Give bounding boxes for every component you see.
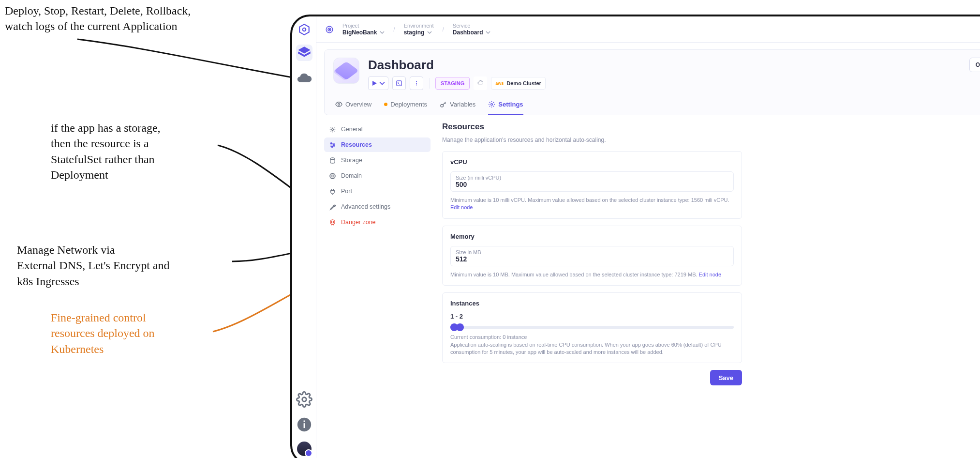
annotation-advanced: Fine-grained control resources deployed … xyxy=(51,310,155,357)
avatar[interactable] xyxy=(297,442,312,456)
page-title: Dashboard xyxy=(368,58,961,73)
chevron-down-icon xyxy=(379,80,385,86)
svg-point-23 xyxy=(331,221,332,222)
rail-settings-icon[interactable] xyxy=(296,391,312,408)
logs-button[interactable] xyxy=(392,76,406,90)
app-icon xyxy=(333,58,359,84)
tab-deployments[interactable]: Deployments xyxy=(384,101,427,115)
eye-icon xyxy=(335,101,342,108)
tab-settings[interactable]: Settings xyxy=(488,101,523,115)
env-badge: STAGING xyxy=(435,77,470,90)
plug-icon xyxy=(329,188,336,195)
breadcrumb: Project BigNeoBank / Environment staging… xyxy=(316,16,980,43)
gear-icon xyxy=(329,126,336,133)
gear-icon xyxy=(488,101,495,108)
resources-subtitle: Manage the application's resources and h… xyxy=(442,137,980,143)
sidebar-item-danger[interactable]: Danger zone xyxy=(324,215,431,229)
svg-point-10 xyxy=(416,81,417,82)
left-rail xyxy=(292,16,316,458)
qovery-logo-icon[interactable] xyxy=(298,23,311,36)
crumb-env-value: staging xyxy=(404,29,425,36)
settings-sidebar: General Resources Storage Domain Port xyxy=(324,122,431,455)
svg-point-15 xyxy=(491,104,493,106)
sidebar-item-advanced[interactable]: Advanced settings xyxy=(324,199,431,214)
status-dot-icon xyxy=(384,103,387,106)
svg-point-2 xyxy=(302,397,306,402)
instances-slider[interactable] xyxy=(450,326,734,329)
logs-icon xyxy=(396,80,402,86)
open-links-button[interactable]: Open links xyxy=(969,58,980,72)
instances-consumption: Current consumption: 0 instance xyxy=(450,334,734,341)
more-icon xyxy=(414,80,419,86)
crumb-project[interactable]: Project BigNeoBank xyxy=(342,23,385,36)
crumb-sep: / xyxy=(393,26,395,33)
sliders-icon xyxy=(329,141,336,149)
crumb-project-label: Project xyxy=(342,23,385,29)
svg-point-11 xyxy=(416,83,417,84)
svg-point-1 xyxy=(302,28,306,31)
rail-cloud-icon[interactable] xyxy=(296,70,312,86)
svg-point-24 xyxy=(333,221,334,222)
svg-point-19 xyxy=(331,146,332,147)
sidebar-item-domain[interactable]: Domain xyxy=(324,168,431,183)
crumb-sep: / xyxy=(442,26,444,33)
wrench-icon xyxy=(329,203,336,211)
tabs: Overview Deployments Variables Settings xyxy=(333,101,980,115)
sidebar-item-label: Port xyxy=(341,188,352,195)
edit-node-link[interactable]: Edit node xyxy=(450,204,473,210)
cluster-name: Demo Cluster xyxy=(506,80,541,86)
resources-heading: Resources xyxy=(442,122,980,132)
app-header: Dashboard STAGING xyxy=(324,49,980,115)
svg-rect-4 xyxy=(303,423,305,428)
svg-point-13 xyxy=(338,104,340,106)
play-icon xyxy=(371,80,377,86)
disk-icon xyxy=(329,157,336,164)
tab-deployments-label: Deployments xyxy=(390,101,427,108)
sidebar-item-label: Danger zone xyxy=(341,219,376,226)
sidebar-item-label: General xyxy=(341,126,362,133)
sidebar-item-resources[interactable]: Resources xyxy=(324,137,431,152)
memory-hint: Minimum value is 10 MB. Maximum value al… xyxy=(450,271,734,278)
vcpu-field[interactable]: Size (in milli vCPU) 500 xyxy=(450,171,734,192)
vcpu-field-value: 500 xyxy=(456,181,728,188)
crumb-service[interactable]: Service Dashboard xyxy=(453,23,491,36)
tab-overview[interactable]: Overview xyxy=(335,101,371,115)
sidebar-item-general[interactable]: General xyxy=(324,122,431,137)
sync-icon xyxy=(474,76,487,90)
sidebar-item-label: Resources xyxy=(341,141,372,148)
sidebar-item-storage[interactable]: Storage xyxy=(324,153,431,168)
vcpu-title: vCPU xyxy=(450,158,734,166)
sidebar-item-label: Storage xyxy=(341,157,362,164)
tab-overview-label: Overview xyxy=(345,101,371,108)
skull-icon xyxy=(329,219,336,226)
chevron-down-icon xyxy=(486,30,490,35)
crumb-service-value: Dashboard xyxy=(453,29,483,36)
crumb-environment[interactable]: Environment staging xyxy=(404,23,434,36)
edit-node-link[interactable]: Edit node xyxy=(699,272,721,277)
sidebar-item-port[interactable]: Port xyxy=(324,184,431,198)
memory-title: Memory xyxy=(450,233,734,240)
svg-point-12 xyxy=(416,84,417,85)
instances-range: 1 - 2 xyxy=(450,313,734,320)
memory-field[interactable]: Size in MB 512 xyxy=(450,246,734,266)
more-button[interactable] xyxy=(410,76,423,90)
chevron-down-icon xyxy=(380,30,385,35)
chevron-down-icon xyxy=(427,30,432,35)
play-button[interactable] xyxy=(368,76,388,90)
annotation-actions: Deploy, Stop, Restart, Delete, Rollback,… xyxy=(5,3,191,34)
annotation-storage: if the app has a storage, then the resou… xyxy=(51,120,161,183)
tab-variables-label: Variables xyxy=(450,101,475,108)
cluster-chip[interactable]: aws Demo Cluster xyxy=(491,77,546,90)
rail-layers-icon[interactable] xyxy=(296,45,312,61)
svg-point-16 xyxy=(332,128,334,130)
instances-panel: Instances 1 - 2 Current consumption: 0 i… xyxy=(442,292,742,363)
save-button[interactable]: Save xyxy=(710,370,742,385)
rail-info-icon[interactable] xyxy=(296,416,312,433)
tab-settings-label: Settings xyxy=(498,101,523,108)
svg-point-8 xyxy=(329,29,330,30)
tab-variables[interactable]: Variables xyxy=(440,101,475,115)
vcpu-field-label: Size (in milli vCPU) xyxy=(456,175,728,181)
memory-field-label: Size in MB xyxy=(456,249,728,255)
instances-hint: Application auto-scaling is based on rea… xyxy=(450,341,734,356)
crumb-service-label: Service xyxy=(453,23,491,29)
